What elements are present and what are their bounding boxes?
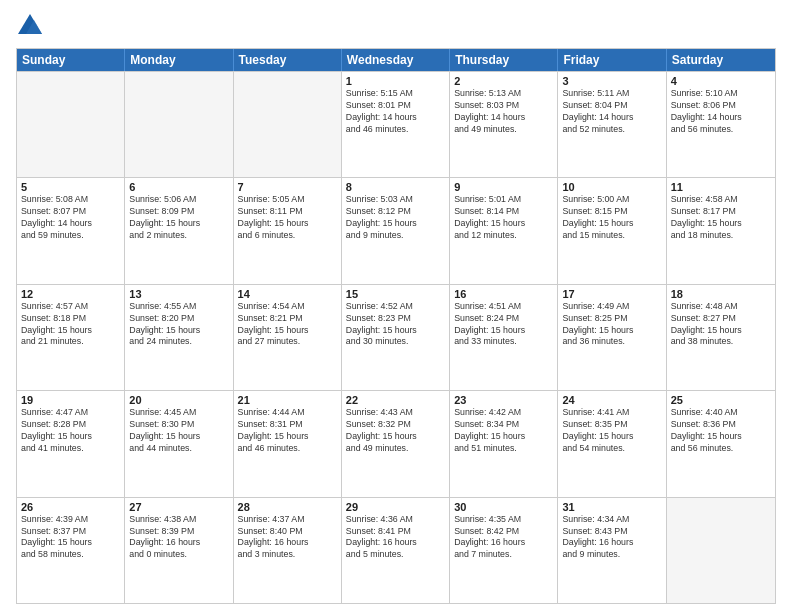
weekday-header-monday: Monday bbox=[125, 49, 233, 71]
cell-info-text: Sunrise: 4:40 AM Sunset: 8:36 PM Dayligh… bbox=[671, 407, 771, 455]
cell-info-text: Sunrise: 4:34 AM Sunset: 8:43 PM Dayligh… bbox=[562, 514, 661, 562]
calendar-cell-1: 1Sunrise: 5:15 AM Sunset: 8:01 PM Daylig… bbox=[342, 72, 450, 177]
calendar-cell-empty-0-1 bbox=[125, 72, 233, 177]
cell-info-text: Sunrise: 4:36 AM Sunset: 8:41 PM Dayligh… bbox=[346, 514, 445, 562]
calendar-cell-22: 22Sunrise: 4:43 AM Sunset: 8:32 PM Dayli… bbox=[342, 391, 450, 496]
calendar-row-0: 1Sunrise: 5:15 AM Sunset: 8:01 PM Daylig… bbox=[17, 71, 775, 177]
day-number: 13 bbox=[129, 288, 228, 300]
day-number: 4 bbox=[671, 75, 771, 87]
day-number: 8 bbox=[346, 181, 445, 193]
cell-info-text: Sunrise: 5:06 AM Sunset: 8:09 PM Dayligh… bbox=[129, 194, 228, 242]
day-number: 25 bbox=[671, 394, 771, 406]
day-number: 24 bbox=[562, 394, 661, 406]
cell-info-text: Sunrise: 5:05 AM Sunset: 8:11 PM Dayligh… bbox=[238, 194, 337, 242]
cell-info-text: Sunrise: 4:49 AM Sunset: 8:25 PM Dayligh… bbox=[562, 301, 661, 349]
day-number: 17 bbox=[562, 288, 661, 300]
weekday-header-tuesday: Tuesday bbox=[234, 49, 342, 71]
calendar-body: 1Sunrise: 5:15 AM Sunset: 8:01 PM Daylig… bbox=[17, 71, 775, 603]
cell-info-text: Sunrise: 4:45 AM Sunset: 8:30 PM Dayligh… bbox=[129, 407, 228, 455]
calendar-cell-23: 23Sunrise: 4:42 AM Sunset: 8:34 PM Dayli… bbox=[450, 391, 558, 496]
day-number: 19 bbox=[21, 394, 120, 406]
day-number: 28 bbox=[238, 501, 337, 513]
cell-info-text: Sunrise: 4:35 AM Sunset: 8:42 PM Dayligh… bbox=[454, 514, 553, 562]
calendar-cell-12: 12Sunrise: 4:57 AM Sunset: 8:18 PM Dayli… bbox=[17, 285, 125, 390]
day-number: 10 bbox=[562, 181, 661, 193]
calendar-cell-5: 5Sunrise: 5:08 AM Sunset: 8:07 PM Daylig… bbox=[17, 178, 125, 283]
day-number: 31 bbox=[562, 501, 661, 513]
day-number: 9 bbox=[454, 181, 553, 193]
day-number: 2 bbox=[454, 75, 553, 87]
logo bbox=[16, 12, 48, 40]
calendar-cell-31: 31Sunrise: 4:34 AM Sunset: 8:43 PM Dayli… bbox=[558, 498, 666, 603]
calendar-cell-11: 11Sunrise: 4:58 AM Sunset: 8:17 PM Dayli… bbox=[667, 178, 775, 283]
day-number: 18 bbox=[671, 288, 771, 300]
day-number: 12 bbox=[21, 288, 120, 300]
calendar-cell-30: 30Sunrise: 4:35 AM Sunset: 8:42 PM Dayli… bbox=[450, 498, 558, 603]
day-number: 29 bbox=[346, 501, 445, 513]
day-number: 21 bbox=[238, 394, 337, 406]
cell-info-text: Sunrise: 4:52 AM Sunset: 8:23 PM Dayligh… bbox=[346, 301, 445, 349]
calendar-cell-20: 20Sunrise: 4:45 AM Sunset: 8:30 PM Dayli… bbox=[125, 391, 233, 496]
weekday-header-saturday: Saturday bbox=[667, 49, 775, 71]
calendar-cell-14: 14Sunrise: 4:54 AM Sunset: 8:21 PM Dayli… bbox=[234, 285, 342, 390]
day-number: 5 bbox=[21, 181, 120, 193]
calendar-cell-25: 25Sunrise: 4:40 AM Sunset: 8:36 PM Dayli… bbox=[667, 391, 775, 496]
cell-info-text: Sunrise: 4:39 AM Sunset: 8:37 PM Dayligh… bbox=[21, 514, 120, 562]
day-number: 22 bbox=[346, 394, 445, 406]
cell-info-text: Sunrise: 5:03 AM Sunset: 8:12 PM Dayligh… bbox=[346, 194, 445, 242]
calendar-cell-16: 16Sunrise: 4:51 AM Sunset: 8:24 PM Dayli… bbox=[450, 285, 558, 390]
day-number: 15 bbox=[346, 288, 445, 300]
day-number: 23 bbox=[454, 394, 553, 406]
day-number: 11 bbox=[671, 181, 771, 193]
day-number: 14 bbox=[238, 288, 337, 300]
calendar-cell-4: 4Sunrise: 5:10 AM Sunset: 8:06 PM Daylig… bbox=[667, 72, 775, 177]
calendar-cell-24: 24Sunrise: 4:41 AM Sunset: 8:35 PM Dayli… bbox=[558, 391, 666, 496]
calendar-cell-2: 2Sunrise: 5:13 AM Sunset: 8:03 PM Daylig… bbox=[450, 72, 558, 177]
cell-info-text: Sunrise: 4:48 AM Sunset: 8:27 PM Dayligh… bbox=[671, 301, 771, 349]
cell-info-text: Sunrise: 4:57 AM Sunset: 8:18 PM Dayligh… bbox=[21, 301, 120, 349]
header bbox=[16, 12, 776, 40]
cell-info-text: Sunrise: 5:10 AM Sunset: 8:06 PM Dayligh… bbox=[671, 88, 771, 136]
day-number: 3 bbox=[562, 75, 661, 87]
day-number: 27 bbox=[129, 501, 228, 513]
day-number: 1 bbox=[346, 75, 445, 87]
calendar-header-row: SundayMondayTuesdayWednesdayThursdayFrid… bbox=[17, 49, 775, 71]
calendar-cell-empty-4-6 bbox=[667, 498, 775, 603]
calendar-cell-6: 6Sunrise: 5:06 AM Sunset: 8:09 PM Daylig… bbox=[125, 178, 233, 283]
calendar-cell-3: 3Sunrise: 5:11 AM Sunset: 8:04 PM Daylig… bbox=[558, 72, 666, 177]
calendar-cell-empty-0-2 bbox=[234, 72, 342, 177]
weekday-header-sunday: Sunday bbox=[17, 49, 125, 71]
cell-info-text: Sunrise: 4:41 AM Sunset: 8:35 PM Dayligh… bbox=[562, 407, 661, 455]
weekday-header-wednesday: Wednesday bbox=[342, 49, 450, 71]
day-number: 30 bbox=[454, 501, 553, 513]
cell-info-text: Sunrise: 4:51 AM Sunset: 8:24 PM Dayligh… bbox=[454, 301, 553, 349]
day-number: 7 bbox=[238, 181, 337, 193]
calendar: SundayMondayTuesdayWednesdayThursdayFrid… bbox=[16, 48, 776, 604]
calendar-cell-27: 27Sunrise: 4:38 AM Sunset: 8:39 PM Dayli… bbox=[125, 498, 233, 603]
day-number: 16 bbox=[454, 288, 553, 300]
cell-info-text: Sunrise: 4:43 AM Sunset: 8:32 PM Dayligh… bbox=[346, 407, 445, 455]
cell-info-text: Sunrise: 5:01 AM Sunset: 8:14 PM Dayligh… bbox=[454, 194, 553, 242]
weekday-header-friday: Friday bbox=[558, 49, 666, 71]
calendar-row-2: 12Sunrise: 4:57 AM Sunset: 8:18 PM Dayli… bbox=[17, 284, 775, 390]
page: SundayMondayTuesdayWednesdayThursdayFrid… bbox=[0, 0, 792, 612]
cell-info-text: Sunrise: 4:37 AM Sunset: 8:40 PM Dayligh… bbox=[238, 514, 337, 562]
calendar-cell-17: 17Sunrise: 4:49 AM Sunset: 8:25 PM Dayli… bbox=[558, 285, 666, 390]
calendar-row-1: 5Sunrise: 5:08 AM Sunset: 8:07 PM Daylig… bbox=[17, 177, 775, 283]
cell-info-text: Sunrise: 5:11 AM Sunset: 8:04 PM Dayligh… bbox=[562, 88, 661, 136]
cell-info-text: Sunrise: 4:42 AM Sunset: 8:34 PM Dayligh… bbox=[454, 407, 553, 455]
cell-info-text: Sunrise: 4:38 AM Sunset: 8:39 PM Dayligh… bbox=[129, 514, 228, 562]
logo-icon bbox=[16, 12, 44, 40]
cell-info-text: Sunrise: 4:54 AM Sunset: 8:21 PM Dayligh… bbox=[238, 301, 337, 349]
cell-info-text: Sunrise: 4:55 AM Sunset: 8:20 PM Dayligh… bbox=[129, 301, 228, 349]
calendar-cell-21: 21Sunrise: 4:44 AM Sunset: 8:31 PM Dayli… bbox=[234, 391, 342, 496]
day-number: 20 bbox=[129, 394, 228, 406]
calendar-cell-7: 7Sunrise: 5:05 AM Sunset: 8:11 PM Daylig… bbox=[234, 178, 342, 283]
calendar-cell-18: 18Sunrise: 4:48 AM Sunset: 8:27 PM Dayli… bbox=[667, 285, 775, 390]
calendar-cell-19: 19Sunrise: 4:47 AM Sunset: 8:28 PM Dayli… bbox=[17, 391, 125, 496]
cell-info-text: Sunrise: 4:47 AM Sunset: 8:28 PM Dayligh… bbox=[21, 407, 120, 455]
cell-info-text: Sunrise: 5:15 AM Sunset: 8:01 PM Dayligh… bbox=[346, 88, 445, 136]
calendar-row-4: 26Sunrise: 4:39 AM Sunset: 8:37 PM Dayli… bbox=[17, 497, 775, 603]
calendar-cell-28: 28Sunrise: 4:37 AM Sunset: 8:40 PM Dayli… bbox=[234, 498, 342, 603]
day-number: 26 bbox=[21, 501, 120, 513]
